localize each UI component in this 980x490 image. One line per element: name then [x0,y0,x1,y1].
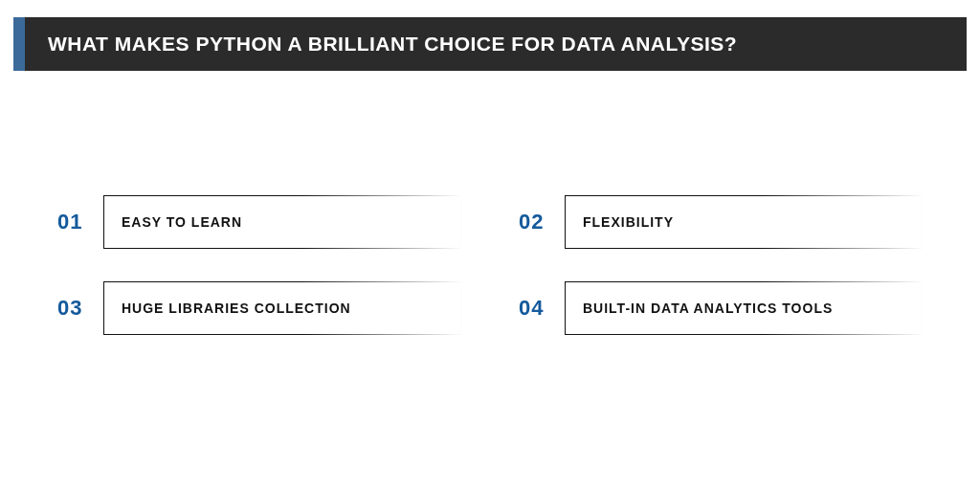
item-number: 02 [519,195,565,249]
page-title: WHAT MAKES PYTHON A BRILLIANT CHOICE FOR… [48,33,737,56]
list-item: 02 FLEXIBILITY [519,195,923,249]
item-number: 03 [57,281,103,335]
header-bar: WHAT MAKES PYTHON A BRILLIANT CHOICE FOR… [13,17,967,71]
item-label: BUILT-IN DATA ANALYTICS TOOLS [583,301,833,316]
item-label: EASY TO LEARN [122,214,242,230]
item-box: EASY TO LEARN [103,195,461,249]
item-label: FLEXIBILITY [583,214,674,230]
items-grid: 01 EASY TO LEARN 02 FLEXIBILITY 03 HUGE … [0,71,980,335]
item-number: 01 [57,195,103,249]
header-content: WHAT MAKES PYTHON A BRILLIANT CHOICE FOR… [25,17,967,71]
list-item: 03 HUGE LIBRARIES COLLECTION [57,281,461,335]
list-item: 01 EASY TO LEARN [57,195,461,249]
list-item: 04 BUILT-IN DATA ANALYTICS TOOLS [519,281,923,335]
item-box: BUILT-IN DATA ANALYTICS TOOLS [565,281,923,335]
item-box: HUGE LIBRARIES COLLECTION [103,281,461,335]
item-box: FLEXIBILITY [565,195,923,249]
item-label: HUGE LIBRARIES COLLECTION [122,301,351,316]
accent-stripe [13,17,25,71]
item-number: 04 [519,281,565,335]
